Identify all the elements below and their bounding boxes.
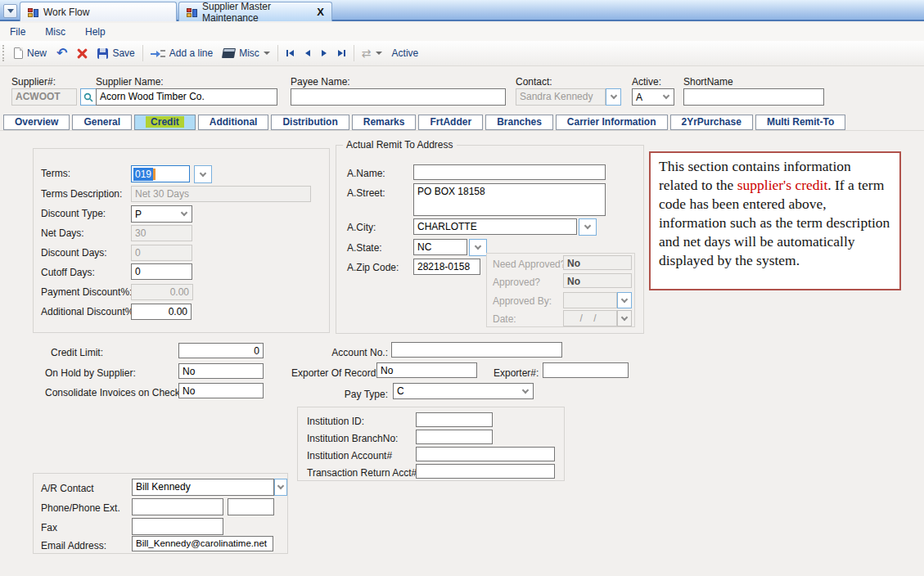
exporter-of-record-label: Exporter Of Record?:: [291, 367, 384, 379]
discount-type-combo[interactable]: P: [131, 205, 192, 223]
supplier-name-field[interactable]: Acorn Wood Timber Co.: [96, 88, 277, 106]
supplier-no-label: Supplier#:: [11, 76, 56, 88]
tab-general[interactable]: General: [72, 115, 132, 130]
new-button-label: New: [27, 47, 47, 59]
on-hold-field[interactable]: No: [178, 363, 264, 379]
menu-misc[interactable]: Misc: [35, 26, 75, 38]
phone-field[interactable]: [132, 498, 223, 515]
email-label: Email Address:: [41, 540, 106, 551]
active-label: Active:: [632, 76, 661, 88]
window-tab-supplier-master[interactable]: Supplier Master Maintenance X: [178, 2, 332, 21]
need-approved-field: No: [563, 255, 632, 270]
institution-branch-field[interactable]: [416, 430, 493, 444]
consolidate-label: Consolidate Invoices on Check?: [45, 387, 185, 398]
terms-dropdown-button[interactable]: [194, 165, 212, 183]
a-street-field[interactable]: PO BOX 18158: [413, 183, 606, 216]
ar-contact-field[interactable]: Bill Kennedy: [132, 479, 274, 496]
menu-help[interactable]: Help: [75, 26, 115, 38]
misc-button[interactable]: Misc: [218, 43, 275, 63]
pay-type-combo[interactable]: C: [393, 383, 534, 399]
phone-ext-field[interactable]: [228, 498, 274, 515]
exporter-no-field[interactable]: [543, 362, 629, 378]
a-name-label: A.Name:: [347, 168, 385, 179]
active-combo[interactable]: A: [632, 88, 674, 106]
contact-dropdown-button[interactable]: [606, 88, 621, 106]
chevron-down-icon: [584, 223, 591, 229]
tab-overview[interactable]: Overview: [3, 115, 70, 130]
ar-contact-dropdown-button[interactable]: [274, 479, 287, 496]
tab-list-dropdown-button[interactable]: [3, 4, 17, 18]
additional-discount-field[interactable]: 0.00: [131, 304, 192, 320]
exporter-of-record-field[interactable]: No: [376, 362, 477, 378]
payee-name-label: Payee Name:: [291, 76, 350, 88]
tab-additional[interactable]: Additional: [198, 115, 269, 130]
save-button[interactable]: Save: [92, 43, 139, 63]
shortname-label: ShortName: [683, 76, 733, 88]
a-name-field[interactable]: [413, 164, 606, 180]
approved-by-field: [563, 292, 617, 308]
toolbar-separator: [277, 45, 278, 61]
supplier-no-field[interactable]: ACWOOT: [11, 88, 77, 106]
toolbar-grip[interactable]: [2, 45, 5, 61]
undo-button[interactable]: ↶: [52, 43, 72, 63]
tab-distribution[interactable]: Distribution: [271, 115, 349, 130]
institution-account-field[interactable]: [416, 447, 555, 461]
credit-limit-label: Credit Limit:: [51, 347, 103, 358]
tab-credit[interactable]: Credit: [134, 115, 196, 130]
tab-remarks[interactable]: Remarks: [352, 115, 417, 130]
tab-strip-divider: [0, 130, 924, 131]
chevron-down-icon: [621, 295, 628, 302]
fax-field[interactable]: [132, 518, 223, 535]
nav-previous-button[interactable]: [300, 44, 316, 62]
close-tab-icon[interactable]: X: [317, 6, 324, 18]
chevron-down-icon: [663, 92, 669, 99]
tab-frtadder[interactable]: FrtAdder: [418, 115, 483, 130]
contact-field[interactable]: Sandra Kennedy: [516, 88, 606, 106]
nav-last-button[interactable]: [332, 44, 351, 62]
remit-to-title: Actual Remit To Address: [343, 139, 457, 151]
tab-2yrpurchase[interactable]: 2YrPurchase: [670, 115, 753, 130]
tab-credit-label: Credit: [146, 116, 184, 128]
cutoff-days-field[interactable]: 0: [131, 263, 192, 280]
terms-input[interactable]: 019: [131, 165, 190, 182]
tab-multi-remit-to[interactable]: Multi Remit-To: [755, 115, 845, 130]
supplier-name-label: Supplier Name:: [96, 76, 164, 88]
pay-type-value: C: [397, 385, 404, 397]
transaction-return-field[interactable]: [416, 464, 555, 479]
menu-file[interactable]: File: [0, 26, 35, 38]
date-dropdown-button[interactable]: [617, 310, 632, 326]
a-street-label: A.Street:: [347, 187, 385, 199]
add-a-line-button[interactable]: Add a line: [146, 43, 218, 63]
app-icon: [187, 7, 197, 17]
a-state-field[interactable]: NC: [413, 239, 467, 255]
approved-by-label: Approved By:: [493, 295, 552, 307]
supplier-search-button[interactable]: [80, 88, 97, 106]
email-field[interactable]: Bill_Kennedy@carolinatime.net: [132, 536, 273, 551]
tab-branches[interactable]: Branches: [485, 115, 553, 130]
approved-label: Approved?: [493, 277, 540, 288]
a-zip-field[interactable]: 28218-0158: [413, 259, 480, 275]
a-city-dropdown-button[interactable]: [579, 218, 597, 236]
a-state-dropdown-button[interactable]: [469, 239, 487, 256]
consolidate-field[interactable]: No: [178, 383, 264, 398]
terms-description-field: Net 30 Days: [131, 186, 311, 202]
window-tab-workflow[interactable]: Work Flow: [20, 2, 177, 21]
account-no-field[interactable]: [391, 342, 562, 358]
new-button[interactable]: New: [9, 43, 52, 63]
a-city-field[interactable]: CHARLOTTE: [413, 218, 577, 235]
nav-first-button[interactable]: [281, 44, 300, 62]
approved-by-dropdown-button[interactable]: [617, 292, 632, 308]
shortname-field[interactable]: [683, 88, 824, 106]
delete-button[interactable]: [72, 43, 92, 63]
app-icon: [28, 7, 38, 17]
payee-name-field[interactable]: [291, 88, 506, 106]
nav-next-button[interactable]: [316, 44, 332, 62]
discount-type-label: Discount Type:: [41, 208, 106, 219]
institution-id-field[interactable]: [416, 412, 493, 427]
discount-days-field: 0: [131, 245, 192, 261]
chevron-down-icon: [376, 52, 382, 55]
refresh-button[interactable]: ⇄: [357, 43, 387, 63]
tab-carrier-information[interactable]: Carrier Information: [556, 115, 668, 130]
a-state-label: A.State:: [347, 242, 382, 254]
credit-limit-field[interactable]: 0: [178, 343, 264, 358]
